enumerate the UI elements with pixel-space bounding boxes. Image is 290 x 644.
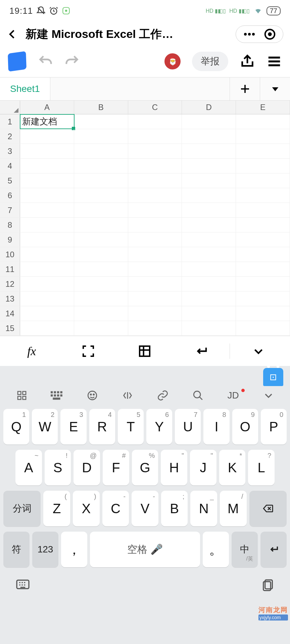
cell[interactable] — [74, 114, 128, 129]
key-C[interactable]: -C — [102, 491, 129, 526]
cell[interactable] — [182, 291, 236, 306]
cell[interactable] — [128, 306, 182, 321]
cell[interactable] — [182, 144, 236, 158]
cell[interactable] — [20, 232, 74, 247]
col-header[interactable]: A — [20, 101, 74, 114]
cell[interactable] — [20, 218, 74, 232]
cell[interactable] — [236, 321, 290, 335]
cell[interactable] — [236, 306, 290, 321]
cell[interactable] — [236, 262, 290, 276]
cell[interactable] — [182, 203, 236, 217]
key-E[interactable]: 3E — [60, 409, 86, 444]
user-avatar[interactable]: 🎅 — [164, 53, 181, 69]
col-header[interactable]: B — [74, 101, 128, 114]
cell[interactable]: 新建文档 — [20, 114, 74, 129]
row-header[interactable]: 1 — [0, 114, 20, 129]
app-logo-icon[interactable] — [8, 51, 27, 71]
col-header[interactable]: C — [128, 101, 182, 114]
key-P[interactable]: 0P — [261, 409, 287, 444]
key-shift[interactable]: 分词 — [3, 491, 41, 526]
kbd-clipboard-icon[interactable] — [261, 578, 275, 592]
cell[interactable] — [74, 306, 128, 321]
key-F[interactable]: #F — [103, 450, 129, 485]
cell[interactable] — [20, 129, 74, 144]
cell[interactable] — [236, 173, 290, 188]
menu-button[interactable] — [267, 54, 282, 69]
key-N[interactable]: _N — [190, 491, 217, 526]
cell[interactable] — [128, 188, 182, 203]
report-button[interactable]: 举报 — [192, 52, 228, 71]
fullscreen-button[interactable] — [60, 344, 117, 358]
cell[interactable] — [128, 173, 182, 188]
key-A[interactable]: ~A — [15, 450, 42, 485]
cell[interactable] — [74, 277, 128, 291]
key-space[interactable]: 空格 🎤 — [90, 532, 200, 567]
row-header[interactable]: 7 — [0, 203, 20, 217]
row-header[interactable]: 4 — [0, 159, 20, 173]
key-Q[interactable]: 1Q — [3, 409, 29, 444]
key-J[interactable]: "J — [190, 450, 216, 485]
key-I[interactable]: 8I — [203, 409, 229, 444]
cell[interactable] — [74, 203, 128, 217]
cell[interactable] — [236, 114, 290, 129]
cell[interactable] — [20, 159, 74, 173]
row-header[interactable]: 6 — [0, 188, 20, 203]
cell[interactable] — [128, 114, 182, 129]
select-all-corner[interactable] — [0, 101, 20, 114]
row-header[interactable]: 12 — [0, 277, 20, 291]
key-S[interactable]: !S — [45, 450, 71, 485]
cell[interactable] — [128, 321, 182, 335]
kbd-link-icon[interactable] — [145, 389, 180, 401]
kbd-hide-icon[interactable] — [15, 579, 30, 591]
col-header[interactable]: D — [182, 101, 236, 114]
row-header[interactable]: 15 — [0, 321, 20, 335]
cell[interactable] — [20, 203, 74, 217]
key-language[interactable]: 中/英 — [232, 532, 258, 567]
cell[interactable] — [182, 247, 236, 262]
cell[interactable] — [128, 129, 182, 144]
cell[interactable] — [182, 232, 236, 247]
cell[interactable] — [74, 291, 128, 306]
kbd-jd-button[interactable]: JD — [215, 390, 251, 401]
cell[interactable] — [128, 291, 182, 306]
key-H[interactable]: "H — [161, 450, 187, 485]
cell[interactable] — [20, 291, 74, 306]
more-button[interactable] — [243, 32, 255, 36]
key-V[interactable]: -V — [132, 491, 158, 526]
undo-button[interactable] — [38, 54, 53, 69]
cell[interactable] — [182, 188, 236, 203]
key-period[interactable]: 。 — [203, 532, 229, 567]
record-button[interactable] — [264, 29, 276, 40]
kbd-emoji-icon[interactable] — [75, 390, 110, 401]
key-O[interactable]: 9O — [232, 409, 258, 444]
cell[interactable] — [128, 247, 182, 262]
spreadsheet-grid[interactable]: A B C D E 1新建文档23456789101112131415 — [0, 101, 290, 336]
row-header[interactable]: 13 — [0, 291, 20, 306]
kbd-collapse-icon[interactable] — [251, 390, 286, 401]
cell[interactable] — [74, 247, 128, 262]
cell[interactable] — [74, 232, 128, 247]
key-numbers[interactable]: 123 — [32, 532, 58, 567]
key-enter[interactable] — [260, 532, 287, 567]
cell[interactable] — [236, 277, 290, 291]
cell[interactable] — [128, 203, 182, 217]
cell[interactable] — [182, 129, 236, 144]
key-symbols[interactable]: 符 — [3, 532, 30, 567]
cell[interactable] — [74, 173, 128, 188]
cell[interactable] — [74, 321, 128, 335]
key-U[interactable]: 7U — [175, 409, 201, 444]
cell[interactable] — [74, 188, 128, 203]
cell[interactable] — [20, 306, 74, 321]
cell[interactable] — [236, 159, 290, 173]
cell[interactable] — [236, 144, 290, 158]
key-comma[interactable]: ， — [61, 532, 87, 567]
insert-image-button[interactable] — [116, 344, 173, 358]
cell[interactable] — [74, 159, 128, 173]
key-X[interactable]: )X — [73, 491, 100, 526]
cell[interactable] — [236, 203, 290, 217]
kbd-layout-icon[interactable] — [39, 391, 75, 400]
cell[interactable] — [236, 188, 290, 203]
row-header[interactable]: 14 — [0, 306, 20, 321]
cell[interactable] — [20, 188, 74, 203]
enter-button[interactable] — [173, 344, 230, 358]
